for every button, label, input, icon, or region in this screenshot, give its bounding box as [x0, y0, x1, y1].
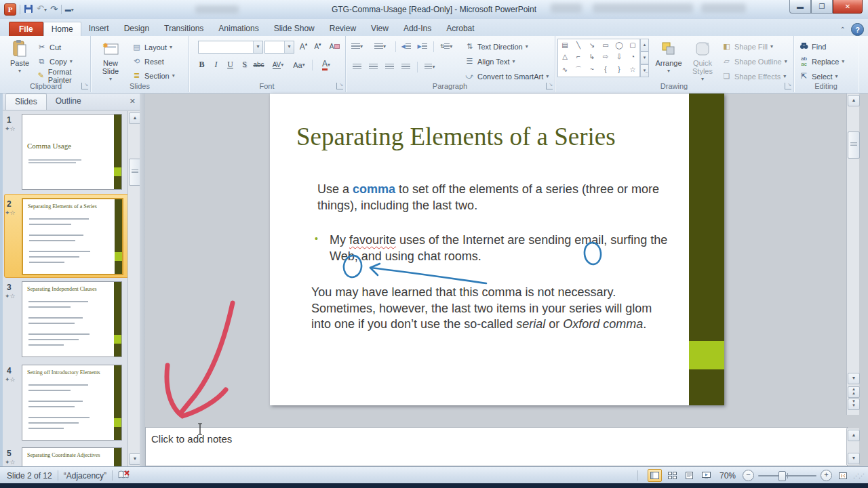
slide-thumbnail-3[interactable]: 3✦☆Separating Independent Clauses: [3, 281, 127, 356]
notes-scroll-up[interactable]: ▲: [848, 430, 860, 441]
slide-thumbnail-4[interactable]: 4✦☆Setting off Introductory Elements: [3, 365, 127, 439]
thumbnail-image[interactable]: Separating Coordinate Adjectives: [22, 447, 122, 466]
zoom-out-button[interactable]: −: [743, 470, 754, 481]
zoom-in-button[interactable]: +: [821, 470, 832, 481]
scroll-up-button[interactable]: ▲: [848, 95, 860, 106]
decrease-indent-button[interactable]: ◀: [399, 40, 412, 53]
notes-scrollbar[interactable]: ▲ ▼: [846, 428, 859, 465]
shape-rectangle[interactable]: ▭: [599, 39, 612, 51]
shape-left-brace[interactable]: {: [599, 63, 612, 77]
strikethrough-button[interactable]: abc: [252, 58, 265, 71]
shape-arc[interactable]: ⌒: [572, 63, 585, 77]
find-button[interactable]: Find: [799, 39, 826, 54]
shape-line[interactable]: ╲: [572, 39, 585, 51]
shape-scribble[interactable]: ∿: [558, 63, 572, 77]
paste-button[interactable]: Paste▾: [5, 39, 34, 75]
minimize-ribbon-icon[interactable]: ⌃: [840, 26, 846, 33]
tab-transitions[interactable]: Transitions: [157, 22, 211, 36]
shape-gallery-down[interactable]: ▼: [640, 52, 649, 64]
tab-acrobat[interactable]: Acrobat: [439, 22, 481, 36]
shape-freeform[interactable]: ⌐: [572, 51, 585, 62]
shape-oval[interactable]: ◯: [612, 39, 626, 51]
shape-cloud[interactable]: ◔: [626, 51, 639, 62]
align-left-button[interactable]: [351, 60, 363, 73]
thumbnail-image[interactable]: Separating Independent Clauses: [22, 281, 122, 357]
shape-triangle[interactable]: △: [558, 51, 572, 62]
tab-home[interactable]: Home: [43, 22, 81, 37]
tab-add-ins[interactable]: Add-Ins: [396, 22, 439, 36]
shape-text-box[interactable]: ▤: [558, 39, 572, 51]
font-dialog-launcher[interactable]: ↘: [336, 83, 343, 89]
zoom-level[interactable]: 70%: [719, 471, 736, 481]
tab-file[interactable]: File: [9, 22, 43, 37]
fit-to-window-button[interactable]: [836, 470, 849, 481]
slide-paragraph-1[interactable]: Use a comma to set off the elements of a…: [317, 182, 694, 214]
section-button[interactable]: ≣Section▾: [132, 68, 175, 83]
grow-font-button[interactable]: A▴: [297, 40, 310, 53]
slide-bullet-text[interactable]: My favourite uses of the Internet are se…: [330, 232, 693, 264]
reading-view-button[interactable]: [683, 470, 696, 481]
slide-thumbnail-5[interactable]: 5✦☆Separating Coordinate Adjectives: [3, 447, 127, 466]
underline-button[interactable]: U: [224, 58, 237, 71]
slide-paragraph-3[interactable]: You may have learned that this comma is …: [311, 285, 688, 333]
slide-sorter-view-button[interactable]: [666, 470, 679, 481]
copy-button[interactable]: ⧉Copy▾: [37, 54, 73, 68]
shape-fill-button[interactable]: ◧Shape Fill▾: [722, 39, 773, 54]
thumbnail-image[interactable]: Separating Elements of a Series: [22, 198, 123, 275]
panel-tab-outline[interactable]: Outline: [47, 94, 90, 109]
panel-scrollbar[interactable]: ▲ ▼: [127, 111, 140, 466]
character-spacing-button[interactable]: AV▾: [269, 58, 287, 71]
shape-effects-button[interactable]: ❏Shape Effects▾: [722, 69, 786, 83]
shape-down-arrow[interactable]: ⇩: [612, 51, 626, 62]
tab-slide-show[interactable]: Slide Show: [267, 22, 322, 36]
shape-line-arrow[interactable]: ↘: [585, 39, 599, 51]
tab-design[interactable]: Design: [117, 22, 157, 36]
line-spacing-button[interactable]: ⇅▾: [437, 40, 455, 53]
numbering-button[interactable]: ▾: [374, 40, 387, 53]
panel-scroll-up[interactable]: ▲: [129, 113, 140, 124]
clipboard-dialog-launcher[interactable]: ↘: [81, 83, 88, 89]
zoom-slider[interactable]: [758, 475, 816, 476]
normal-view-button[interactable]: [648, 469, 662, 482]
slide-canvas[interactable]: Separating Elements of a Series Use a co…: [270, 94, 724, 405]
thumbnail-image[interactable]: Setting off Introductory Elements: [22, 365, 122, 441]
shape-rounded-rectangle[interactable]: ▢: [626, 39, 639, 51]
slide-title[interactable]: Separating Elements of a Series: [296, 122, 676, 151]
quick-styles-button[interactable]: Quick Styles▾: [688, 39, 717, 83]
shape-elbow-arrow[interactable]: ↳: [585, 51, 599, 62]
font-name-combo[interactable]: ▾: [198, 41, 263, 54]
scroll-down-button[interactable]: ▼: [848, 373, 860, 384]
close-button[interactable]: ✕: [833, 0, 863, 14]
scroll-thumb[interactable]: [848, 131, 860, 159]
convert-to-smartart-button[interactable]: ⤻Convert to SmartArt▾: [465, 69, 549, 83]
shape-right-brace[interactable]: }: [612, 63, 626, 77]
cut-button[interactable]: ✂Cut: [37, 40, 61, 54]
shape-outline-button[interactable]: ▱Shape Outline▾: [722, 54, 787, 68]
panel-scroll-down[interactable]: ▼: [129, 453, 140, 465]
thumbnail-image[interactable]: Comma Usage: [22, 114, 122, 190]
minimize-button[interactable]: ▬: [789, 0, 811, 14]
bullets-button[interactable]: ▾: [351, 40, 363, 53]
resize-grip[interactable]: ⋰⋰: [853, 472, 864, 479]
font-color-button[interactable]: A▾: [317, 58, 335, 71]
panel-scroll-thumb[interactable]: [129, 159, 140, 186]
columns-button[interactable]: ▾: [421, 60, 439, 73]
shape-curve[interactable]: ~: [585, 63, 599, 77]
new-slide-button[interactable]: ✹ New Slide▾: [95, 39, 126, 83]
format-painter-button[interactable]: ✎Format Painter: [37, 68, 90, 83]
notes-pane[interactable]: Click to add notes: [145, 427, 848, 466]
shrink-font-button[interactable]: A▾: [311, 40, 324, 53]
slide-thumbnail-2[interactable]: 2✦☆Separating Elements of a Series: [3, 198, 127, 272]
shape-star[interactable]: ☆: [626, 63, 639, 77]
paragraph-dialog-launcher[interactable]: ↘: [546, 83, 553, 89]
increase-indent-button[interactable]: ▶: [416, 40, 429, 53]
spellcheck-status-icon[interactable]: [118, 470, 130, 481]
shape-gallery-up[interactable]: ▲: [640, 39, 649, 52]
align-center-button[interactable]: [367, 60, 380, 73]
text-shadow-button[interactable]: S: [238, 58, 251, 71]
justify-button[interactable]: [399, 60, 412, 73]
panel-tab-slides[interactable]: Slides: [5, 94, 47, 110]
align-right-button[interactable]: [383, 60, 396, 73]
clear-formatting-button[interactable]: A: [328, 40, 341, 53]
text-direction-button[interactable]: ⇅Text Direction▾: [465, 39, 528, 54]
